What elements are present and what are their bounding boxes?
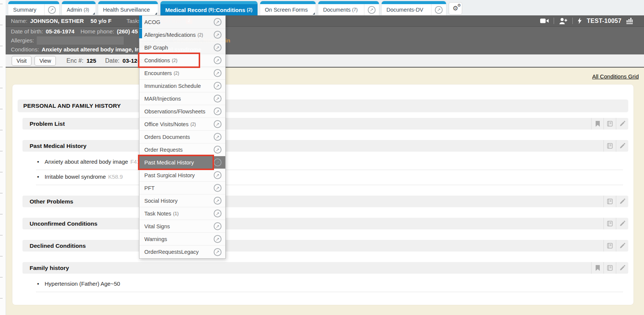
external-link-icon[interactable] bbox=[214, 120, 222, 128]
external-link-icon[interactable] bbox=[214, 107, 222, 115]
external-link-icon[interactable] bbox=[214, 235, 222, 243]
bar-chart-icon[interactable] bbox=[626, 18, 633, 24]
all-conditions-grid-link[interactable]: All Conditions Grid bbox=[592, 73, 639, 80]
menu-item-past-medical-history[interactable]: Past Medical History bbox=[139, 156, 225, 169]
patient-age-sex: 50 y/o F bbox=[91, 18, 112, 24]
pencil-icon[interactable] bbox=[616, 262, 628, 274]
menu-item-immunization-schedule[interactable]: Immunization Schedule bbox=[139, 80, 225, 92]
book-icon[interactable] bbox=[604, 118, 616, 130]
pencil-icon[interactable] bbox=[616, 240, 628, 252]
menu-item-social-history[interactable]: Social History bbox=[139, 194, 225, 207]
menu-item-task-notes[interactable]: Task Notes (1) bbox=[139, 207, 225, 220]
menu-item-office-visits-notes[interactable]: Office Visits/Notes (2) bbox=[139, 118, 225, 131]
menu-item-allergies-medications[interactable]: Allergies/Medications (2) bbox=[139, 29, 225, 41]
menu-item-bp-graph[interactable]: BP Graph bbox=[139, 41, 225, 54]
menu-item-label: Vital Signs bbox=[144, 223, 170, 229]
menu-item-label: PFT bbox=[144, 185, 154, 191]
external-link-button[interactable] bbox=[431, 4, 446, 15]
section-bar[interactable]: Problem List bbox=[22, 118, 628, 130]
section-bar[interactable]: Past Medical History bbox=[22, 140, 628, 152]
menu-item-conditions[interactable]: Conditions (2) bbox=[139, 54, 225, 67]
external-link-icon[interactable] bbox=[214, 158, 222, 166]
menu-item-count: (2) bbox=[172, 58, 178, 63]
tab-summary[interactable]: Summary bbox=[8, 1, 59, 15]
external-link-icon bbox=[48, 6, 56, 14]
menu-item-label: Past Surgical History bbox=[144, 172, 195, 178]
section-bar[interactable]: Unconfirmed Conditions bbox=[22, 218, 628, 229]
external-link-icon[interactable] bbox=[214, 133, 222, 141]
menu-item-pft[interactable]: PFT bbox=[139, 182, 225, 194]
tab-documents-dv[interactable]: Documents-DV bbox=[382, 1, 446, 15]
visit-button[interactable]: Visit bbox=[12, 56, 31, 66]
settings-gear-button[interactable] bbox=[449, 2, 462, 15]
tab-documents[interactable]: Documents(7) bbox=[318, 1, 379, 15]
external-link-icon[interactable] bbox=[214, 95, 222, 102]
pencil-icon[interactable] bbox=[616, 196, 628, 207]
section-title: Other Problems bbox=[30, 198, 73, 205]
external-link-icon[interactable] bbox=[214, 31, 222, 39]
pencil-icon[interactable] bbox=[616, 140, 628, 152]
sections-container: Problem List Past Medical History Anxiet… bbox=[22, 118, 628, 292]
lightning-icon[interactable] bbox=[578, 18, 582, 24]
menu-item-acog[interactable]: ACOG bbox=[139, 16, 225, 29]
menu-item-encounters[interactable]: Encounters (2) bbox=[139, 67, 225, 80]
menu-item-count: (2) bbox=[198, 32, 203, 38]
menu-item-past-surgical-history[interactable]: Past Surgical History bbox=[139, 169, 225, 182]
external-link-icon[interactable] bbox=[214, 222, 222, 230]
section-bar[interactable]: Declined Conditions bbox=[22, 240, 628, 252]
bookmark-icon[interactable] bbox=[591, 262, 604, 274]
tab-health-surveillance[interactable]: Health Surveillance bbox=[98, 1, 158, 15]
tab-on-screen-forms[interactable]: On Screen Forms bbox=[260, 1, 316, 15]
external-link-icon[interactable] bbox=[214, 18, 222, 26]
external-link-icon[interactable] bbox=[214, 197, 222, 205]
video-camera-icon[interactable] bbox=[540, 18, 549, 24]
external-link-icon[interactable] bbox=[214, 248, 222, 256]
conditions-content: All Conditions Grid PERSONAL AND FAMILY … bbox=[6, 68, 644, 315]
external-link-button[interactable] bbox=[364, 4, 379, 15]
section-bar[interactable]: Other Problems bbox=[22, 196, 628, 207]
menu-item-warnings[interactable]: Warnings bbox=[139, 233, 225, 246]
menu-item-count: (2) bbox=[174, 71, 179, 76]
menu-item-observations-flowsheets[interactable]: Observations/Flowsheets bbox=[139, 105, 225, 118]
menu-item-orderrequestslegacy[interactable]: OrderRequestsLegacy bbox=[139, 246, 225, 258]
external-link-icon[interactable] bbox=[214, 209, 222, 217]
tab-medical-record[interactable]: Medical Record(9):Conditions(2) bbox=[160, 1, 258, 15]
tab-label: Admin(3) bbox=[62, 4, 96, 15]
enc-number-label: Enc #: bbox=[66, 57, 83, 64]
tab-label: Documents(7) bbox=[318, 4, 364, 15]
section-title: Family history bbox=[30, 265, 69, 271]
enc-number-value: 125 bbox=[87, 57, 96, 64]
menu-item-mar-injections[interactable]: MAR/Injections bbox=[139, 92, 225, 105]
external-link-icon[interactable] bbox=[214, 69, 222, 77]
view-button[interactable]: View bbox=[34, 56, 56, 66]
patient-header-row4: Conditions: Anxiety about altered body i… bbox=[6, 45, 644, 54]
name-label: Name: bbox=[11, 18, 27, 24]
book-icon[interactable] bbox=[604, 240, 616, 252]
menu-item-vital-signs[interactable]: Vital Signs bbox=[139, 220, 225, 233]
bookmark-icon[interactable] bbox=[591, 118, 604, 130]
external-link-button[interactable] bbox=[44, 4, 59, 15]
external-link-icon[interactable] bbox=[214, 82, 222, 90]
book-icon[interactable] bbox=[604, 262, 616, 274]
external-link-icon[interactable] bbox=[214, 44, 222, 51]
external-link-icon[interactable] bbox=[214, 146, 222, 154]
book-icon[interactable] bbox=[604, 218, 616, 229]
left-ruler-strip[interactable] bbox=[0, 0, 6, 315]
external-link-icon[interactable] bbox=[214, 56, 222, 64]
pencil-icon[interactable] bbox=[616, 218, 628, 229]
tab-admin[interactable]: Admin(3) bbox=[62, 1, 96, 15]
tasks-label[interactable]: Tasks bbox=[126, 18, 141, 24]
section-action-icons bbox=[591, 118, 628, 130]
menu-item-count: (2) bbox=[190, 122, 196, 127]
menu-item-order-requests[interactable]: Order Requests bbox=[139, 143, 225, 156]
external-link-icon bbox=[435, 6, 443, 14]
add-person-icon[interactable] bbox=[559, 18, 568, 24]
section-bar[interactable]: Family history bbox=[22, 262, 628, 274]
book-icon[interactable] bbox=[604, 140, 616, 152]
menu-item-orders-documents[interactable]: Orders Documents bbox=[139, 131, 225, 143]
pencil-icon[interactable] bbox=[616, 118, 628, 130]
book-icon[interactable] bbox=[604, 196, 616, 207]
external-link-icon[interactable] bbox=[214, 184, 222, 192]
tab-label: Summary bbox=[8, 4, 44, 15]
external-link-icon[interactable] bbox=[214, 171, 222, 179]
